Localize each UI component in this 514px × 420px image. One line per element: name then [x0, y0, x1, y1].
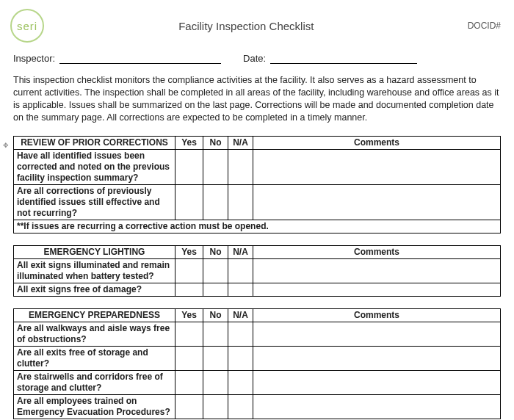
comments-cell[interactable]: [253, 283, 501, 296]
comments-cell[interactable]: [253, 346, 501, 370]
question-cell: All exit signs free of damage?: [14, 283, 175, 296]
checklist-table: EMERGENCY PREPAREDNESSYesNoN/ACommentsAr…: [13, 308, 501, 419]
no-cell[interactable]: [203, 322, 228, 346]
table-row: Are all exits free of storage and clutte…: [14, 346, 501, 370]
checklist-table: EMERGENCY LIGHTINGYesNoN/ACommentsAll ex…: [13, 245, 501, 297]
table-row: Have all identified issues been correcte…: [14, 149, 501, 184]
section-title: EMERGENCY PREPAREDNESS: [14, 308, 175, 322]
column-no: No: [203, 245, 228, 258]
inspector-input-line[interactable]: [59, 54, 221, 64]
column-na: N/A: [228, 245, 253, 258]
form-row: Inspector: Date:: [13, 53, 501, 64]
tables-container: REVIEW OF PRIOR CORRECTIONSYesNoN/AComme…: [13, 136, 501, 419]
na-cell[interactable]: [228, 370, 253, 394]
yes-cell[interactable]: [175, 322, 203, 346]
column-na: N/A: [228, 136, 253, 149]
comments-cell[interactable]: [253, 322, 501, 346]
date-label: Date:: [243, 53, 266, 64]
section-note: **If issues are recurring a corrective a…: [14, 220, 501, 233]
column-yes: Yes: [175, 245, 203, 258]
page-title: Facility Inspection Checklist: [54, 20, 468, 32]
yes-cell[interactable]: [175, 283, 203, 296]
question-cell: Are stairwells and corridors free of sto…: [14, 370, 175, 394]
question-cell: Are all exits free of storage and clutte…: [14, 346, 175, 370]
logo: seri: [10, 9, 44, 43]
yes-cell[interactable]: [175, 149, 203, 184]
column-na: N/A: [228, 308, 253, 322]
comments-cell[interactable]: [253, 394, 501, 419]
intro-paragraph: This inspection checklist monitors the c…: [13, 74, 501, 124]
na-cell[interactable]: [228, 283, 253, 296]
question-cell: Have all identified issues been correcte…: [14, 149, 175, 184]
question-cell: Are all walkways and aisle ways free of …: [14, 322, 175, 346]
comments-cell[interactable]: [253, 258, 501, 283]
column-no: No: [203, 308, 228, 322]
na-cell[interactable]: [228, 184, 253, 220]
question-cell: Are all corrections of previously identi…: [14, 184, 175, 220]
na-cell[interactable]: [228, 394, 253, 419]
column-comments: Comments: [253, 308, 501, 322]
no-cell[interactable]: [203, 258, 228, 283]
docid-label: DOCID#: [468, 21, 501, 31]
no-cell[interactable]: [203, 184, 228, 220]
question-cell: Are all employees trained on Emergency E…: [14, 394, 175, 419]
date-input-line[interactable]: [270, 54, 417, 64]
column-no: No: [203, 136, 228, 149]
comments-cell[interactable]: [253, 149, 501, 184]
table-row: All exit signs illuminated and remain il…: [14, 258, 501, 283]
table-row: Are all corrections of previously identi…: [14, 184, 501, 220]
inspector-label: Inspector:: [13, 53, 55, 64]
column-yes: Yes: [175, 308, 203, 322]
table-row: Are stairwells and corridors free of sto…: [14, 370, 501, 394]
comments-cell[interactable]: [253, 370, 501, 394]
date-field: Date:: [243, 53, 417, 64]
table-note-row: **If issues are recurring a corrective a…: [14, 220, 501, 233]
inspector-field: Inspector:: [13, 53, 221, 64]
na-cell[interactable]: [228, 322, 253, 346]
section-title: EMERGENCY LIGHTING: [14, 245, 175, 258]
na-cell[interactable]: [228, 346, 253, 370]
yes-cell[interactable]: [175, 258, 203, 283]
column-comments: Comments: [253, 245, 501, 258]
no-cell[interactable]: [203, 149, 228, 184]
column-yes: Yes: [175, 136, 203, 149]
na-cell[interactable]: [228, 258, 253, 283]
yes-cell[interactable]: [175, 346, 203, 370]
yes-cell[interactable]: [175, 394, 203, 419]
comments-cell[interactable]: [253, 184, 501, 220]
table-row: Are all employees trained on Emergency E…: [14, 394, 501, 419]
column-comments: Comments: [253, 136, 501, 149]
yes-cell[interactable]: [175, 184, 203, 220]
section-title: REVIEW OF PRIOR CORRECTIONS: [14, 136, 175, 149]
question-cell: All exit signs illuminated and remain il…: [14, 258, 175, 283]
table-row: All exit signs free of damage?: [14, 283, 501, 296]
table-row: Are all walkways and aisle ways free of …: [14, 322, 501, 346]
yes-cell[interactable]: [175, 370, 203, 394]
checklist-table: REVIEW OF PRIOR CORRECTIONSYesNoN/AComme…: [13, 136, 501, 233]
na-cell[interactable]: [228, 149, 253, 184]
no-cell[interactable]: [203, 370, 228, 394]
no-cell[interactable]: [203, 283, 228, 296]
no-cell[interactable]: [203, 394, 228, 419]
no-cell[interactable]: [203, 346, 228, 370]
page-header: seri Facility Inspection Checklist DOCID…: [13, 9, 501, 43]
